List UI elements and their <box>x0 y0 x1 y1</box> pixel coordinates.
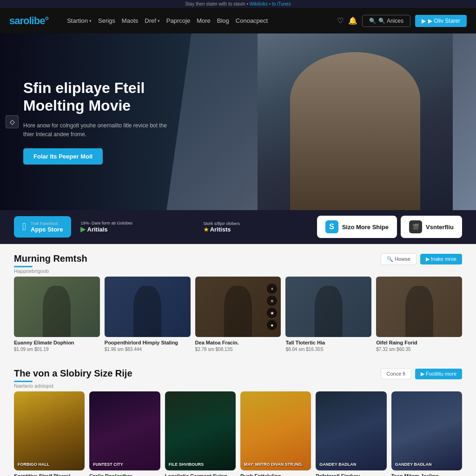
poster-card-5[interactable]: GANDEY BADLAN Pofetoroll Findury $0.33 s… <box>316 391 386 476</box>
more-button-slobiry[interactable]: ▶ Foctilitu more <box>415 369 462 379</box>
section-title-block-slobiry: The von a Slobiry Size Rije Naelario ads… <box>14 368 132 389</box>
play-icon: ▶ <box>422 18 426 24</box>
hero-description: Hore anow for colngolt youhe onernalito … <box>23 121 172 139</box>
movie-price-3: $2.78 sm $08.13S <box>195 347 281 352</box>
movie-card-3[interactable]: + ≡ ★ ● Dea Matoa Fracin. $2.78 sm $08.1… <box>195 277 281 354</box>
thumb-person-4 <box>315 286 343 337</box>
poster-thumb-2: FUNTEST CITY <box>89 391 160 470</box>
artists-label: ★ Aritists <box>204 226 308 233</box>
play-btn-3d[interactable]: ● <box>267 320 277 330</box>
section-subtitle-slobiry: Naelario adslopst <box>14 383 132 389</box>
nav-item-blog[interactable]: Blog <box>217 17 229 24</box>
poster-info-2: Cralic Doolosther $3.28 sm $3.38S <box>89 470 160 476</box>
poster-thumb-3: FILE SHVIBOURS <box>165 391 236 470</box>
play-btn-3[interactable]: + <box>267 284 277 294</box>
play-btn-3c[interactable]: ★ <box>267 308 277 318</box>
poster-title-6: Tean Mitom Jealing <box>391 473 462 476</box>
poster-title-1: Sorntitive Straif Plearal <box>14 473 85 476</box>
movie-card-5[interactable]: Oifel Raing Forid $7.32 sm $60.35 <box>376 277 462 354</box>
sizo-button[interactable]: S Sizo More Shipe <box>317 216 397 238</box>
artists-info: Stork s/Bjor olobers ★ Aritists <box>194 221 317 233</box>
bell-icon[interactable]: 🔔 <box>348 16 357 25</box>
sizo-icon: S <box>325 220 338 233</box>
vinster-button[interactable]: 🎬 Vsnterfliu <box>401 216 462 238</box>
sizo-label: Sizo More Shipe <box>342 224 389 231</box>
vinster-label: Vsnterfliu <box>426 224 454 231</box>
movie-thumb-1 <box>14 277 100 337</box>
search-button[interactable]: 🔍 🔍 Anices <box>362 15 410 27</box>
movie-row-1: Euanny Elimate Dophion $1.09 sm $01.19 P… <box>14 277 462 354</box>
favorite-icon[interactable]: ♡ <box>337 16 344 25</box>
hero-silhouette <box>290 52 420 210</box>
section-slobiry: The von a Slobiry Size Rije Naelario ads… <box>14 368 462 476</box>
logo: sarolibe° <box>9 15 48 27</box>
poster-info-4: Puob Enttaluling $0.22 sm $0.84 <box>240 470 311 476</box>
filter-button-murning[interactable]: 🔍 Howse <box>381 253 416 265</box>
poster-card-6[interactable]: GANDEY BADLAN Tean Mitom Jealing $5.65 s… <box>391 391 462 476</box>
poster-card-2[interactable]: FUNTEST CITY Cralic Doolosther $3.28 sm … <box>89 391 160 476</box>
play-btn-3b[interactable]: ≡ <box>267 296 277 306</box>
topbar-link[interactable]: Wikilinks • to iTunes <box>250 1 291 7</box>
thumb-person-1 <box>43 286 71 337</box>
search-label: 🔍 Anices <box>378 18 403 24</box>
movie-price-1: $1.09 sm $01.19 <box>14 347 100 352</box>
section-actions-slobiry: Conce fi ▶ Foctilitu more <box>381 368 462 379</box>
nav-item-conoacpect[interactable]: Conoacpect <box>236 17 268 24</box>
movie-thumb-4 <box>285 277 371 337</box>
more-button-murning[interactable]: ▶ Inake mroe <box>420 254 462 264</box>
cta-button[interactable]: ▶ ▶ Oliv Starer <box>415 15 467 27</box>
section-actions-murning: 🔍 Howse ▶ Inake mroe <box>381 253 462 265</box>
play-overlay-3: + ≡ ★ ● <box>267 284 277 330</box>
appstore-button[interactable]:  Trek Farerifool Apps Store <box>14 216 71 238</box>
section-title-murning: Murning Remtsh <box>14 253 87 264</box>
section-subtitle-murning: Happoebrigoob <box>14 268 87 274</box>
movie-card-1[interactable]: Euanny Elimate Dophion $1.09 sm $01.19 <box>14 277 100 354</box>
nav-item-paprcoje[interactable]: Paprcoje <box>166 17 190 24</box>
poster-thumb-5: GANDEY BADLAN <box>316 391 386 470</box>
movie-info-2: Poopenthirlord Himpiy Staling $1.96 sm $… <box>105 337 191 354</box>
poster-title-4: Puob Enttaluling <box>240 473 311 476</box>
movie-title-1: Euanny Elimate Dophion <box>14 339 100 346</box>
appstore-text: Trek Farerifool Apps Store <box>31 221 63 233</box>
nav-item-serigs[interactable]: Serigs <box>98 17 115 24</box>
nav-item-dref[interactable]: Dref ▾ <box>145 17 160 24</box>
artists-pre: Stork s/Bjor olobers <box>204 221 308 226</box>
header: sarolibe° Startion ▾ Serigs Maots Dref ▾… <box>0 8 476 33</box>
poster-overlay-2: FUNTEST CITY <box>93 462 123 467</box>
section-title-slobiry: The von a Slobiry Size Rije <box>14 368 132 379</box>
topbar-text: Stay then slater with to slavin • <box>185 1 250 7</box>
hero-prev-arrow[interactable]: ◇ <box>6 115 19 128</box>
section-header-murning: Murning Remtsh Happoebrigoob 🔍 Howse ▶ I… <box>14 253 462 274</box>
section-murning: Murning Remtsh Happoebrigoob 🔍 Howse ▶ I… <box>14 253 462 354</box>
hero-placeholder <box>258 33 453 210</box>
main-content: Murning Remtsh Happoebrigoob 🔍 Howse ▶ I… <box>0 244 476 476</box>
nav-item-startion[interactable]: Startion ▾ <box>67 17 92 24</box>
poster-overlay-4: MAY: MIITRO DIVAN STR.ING. <box>244 462 303 467</box>
nav-item-maots[interactable]: Maots <box>122 17 138 24</box>
movie-card-4[interactable]: Tall Tlotertic Hia $8.04 sm $16.35S <box>285 277 371 354</box>
poster-card-4[interactable]: MAY: MIITRO DIVAN STR.ING. Puob Enttalul… <box>240 391 311 476</box>
movie-thumb-2 <box>105 277 191 337</box>
poster-info-1: Sorntitive Straif Plearal $3.98 sm $0.39… <box>14 470 85 476</box>
main-nav: Startion ▾ Serigs Maots Dref ▾ Paprcoje … <box>67 17 328 24</box>
movie-thumb-5 <box>376 277 462 337</box>
movie-info-1: Euanny Elimate Dophion $1.09 sm $01.19 <box>14 337 100 354</box>
nav-item-more[interactable]: More <box>197 17 211 24</box>
poster-card-1[interactable]: FORBIGO HALL Sorntitive Straif Plearal $… <box>14 391 85 476</box>
poster-card-3[interactable]: FILE SHVIBOURS Logelistic Garmont Suing … <box>165 391 236 476</box>
movie-card-2[interactable]: Poopenthirlord Himpiy Staling $1.96 sm $… <box>105 277 191 354</box>
google-play-label: ▶ Aritials <box>80 225 185 233</box>
movie-title-4: Tall Tlotertic Hia <box>285 339 371 346</box>
cancel-button-slobiry[interactable]: Conce fi <box>381 368 411 379</box>
poster-overlay-6: GANDEY BADLAN <box>395 462 432 467</box>
hero-image <box>258 33 453 210</box>
thumb-person-5 <box>405 286 433 337</box>
nav-arrow-startion: ▾ <box>89 19 92 23</box>
movie-info-3: Dea Matoa Fracin. $2.78 sm $08.13S <box>195 337 281 354</box>
movie-info-4: Tall Tlotertic Hia $8.04 sm $16.35S <box>285 337 371 354</box>
section-header-slobiry: The von a Slobiry Size Rije Naelario ads… <box>14 368 462 389</box>
google-play-pre: 19%- Dare form ati Golobes <box>80 221 185 225</box>
movie-title-5: Oifel Raing Forid <box>376 339 462 346</box>
hero-cta-button[interactable]: Folar Its Peeper Moil <box>23 148 103 165</box>
star-icon: ★ <box>204 226 209 233</box>
